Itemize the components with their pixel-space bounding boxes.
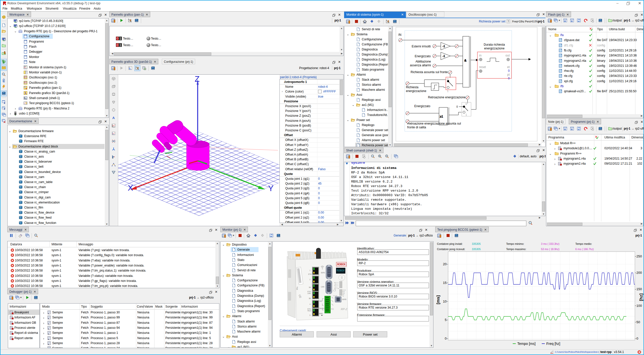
svg-text:0: 0 — [508, 69, 510, 73]
svg-text:reset: reset — [479, 65, 486, 69]
svg-text:ROBOX: ROBOX — [337, 269, 345, 272]
svg-text:Tempo [ms]: Tempo [ms] — [517, 342, 535, 346]
svg-text:LAN: LAN — [307, 292, 311, 294]
svg-text:5: 5 — [310, 314, 311, 316]
svg-text:et: et — [507, 65, 510, 69]
svg-text:Richiesta: Richiesta — [406, 85, 419, 89]
svg-text:0: 0 — [636, 337, 638, 340]
svg-text:ALM: ALM — [343, 291, 345, 292]
svg-text:FE: FE — [343, 295, 344, 297]
svg-text:4: 4 — [310, 303, 311, 305]
svg-text:NET CTRL: NET CTRL — [334, 288, 340, 289]
svg-text:Energizzato: Energizzato — [415, 54, 431, 58]
svg-text:out: out — [505, 54, 510, 57]
svg-text:0: 0 — [456, 105, 458, 108]
svg-text:24VDC: 24VDC — [319, 308, 325, 309]
svg-text:USB = 1: USB = 1 — [334, 286, 338, 288]
svg-text:1: 1 — [310, 270, 311, 271]
svg-text:ETH: ETH — [308, 273, 312, 275]
svg-text:Freq [hz]: Freq [hz] — [546, 342, 560, 346]
svg-text:CAN = 0: CAN = 0 — [334, 283, 339, 285]
svg-text:SBA: SBA — [343, 292, 345, 294]
svg-text:WD: WD — [319, 300, 322, 302]
svg-text:CAN: CAN — [321, 286, 324, 288]
svg-text:FB-S: FB-S — [307, 310, 311, 312]
svg-text:RP-2: RP-2 — [341, 308, 347, 311]
svg-text:X: X — [128, 183, 133, 192]
svg-text:0: 0 — [445, 337, 447, 340]
svg-text:energizzazione: energizzazione — [406, 89, 426, 93]
svg-text:FB-0 = 5: FB-0 = 5 — [334, 285, 339, 286]
svg-text:-1: -1 — [443, 45, 445, 48]
svg-text:3B: 3B — [309, 298, 311, 299]
svg-text:MODE: MODE — [343, 289, 346, 291]
svg-text:Durata richiesta: Durata richiesta — [484, 43, 505, 46]
svg-text:100: 100 — [636, 304, 642, 308]
svg-text:1: 1 — [447, 90, 449, 93]
svg-text:0: 0 — [508, 77, 510, 80]
svg-text:1: 1 — [466, 113, 467, 116]
svg-text:ETH: ETH — [307, 291, 311, 292]
svg-text:50: 50 — [636, 320, 640, 324]
svg-text:Richiesta assunta sul fronte: Richiesta assunta sul fronte — [411, 70, 448, 74]
svg-text:SER5: SER5 — [342, 299, 346, 300]
svg-text:[hz]: [hz] — [639, 293, 643, 301]
svg-text:2: 2 — [310, 279, 311, 280]
svg-text:Ω⅛: Ω⅛ — [296, 286, 298, 290]
svg-text:Retroazione energizzazione: Retroazione energizzazione — [428, 96, 466, 99]
svg-text:energizzazione: energizzazione — [484, 47, 505, 50]
svg-text:A0IO = 0: A0IO = 0 — [334, 282, 339, 283]
svg-text:[ms]: [ms] — [436, 295, 441, 304]
svg-text:≥1: ≥1 — [440, 115, 443, 118]
svg-text:150: 150 — [636, 287, 642, 291]
svg-text:ETH: ETH — [307, 308, 311, 310]
svg-text:3A: 3A — [309, 286, 311, 288]
svg-text:WD: WD — [343, 294, 344, 295]
svg-text:0: 0 — [466, 103, 467, 105]
svg-text:ROBOX: ROBOX — [337, 263, 346, 266]
svg-text:&: & — [464, 58, 467, 62]
svg-text:WAN: WAN — [319, 313, 323, 314]
svg-text:5: 5 — [445, 318, 447, 322]
svg-text:-1: -1 — [443, 54, 445, 57]
svg-text:IN: IN — [398, 33, 401, 37]
svg-text:Esterni irrisolti: Esterni irrisolti — [412, 45, 431, 48]
svg-text:pt: pt — [507, 73, 510, 76]
svg-text:fronte di salita: fronte di salita — [407, 126, 426, 129]
svg-text:microSD: microSD — [333, 295, 337, 296]
svg-text:20: 20 — [443, 262, 447, 266]
svg-text:assenza allarmi: assenza allarmi — [410, 64, 431, 67]
svg-text:Abilitazione: Abilitazione — [416, 60, 431, 63]
svg-text:in: in — [479, 54, 481, 57]
svg-text:Y: Y — [268, 184, 273, 193]
svg-text:Z: Z — [195, 75, 200, 83]
svg-text:200: 200 — [636, 271, 642, 275]
svg-text:15: 15 — [443, 281, 447, 285]
svg-text:+ⓘ: +ⓘ — [331, 308, 334, 310]
svg-text:SER1: SER1 — [321, 272, 325, 274]
svg-text:250: 250 — [636, 254, 642, 258]
svg-text:10: 10 — [443, 300, 447, 303]
svg-text:Energizzato: Energizzato — [414, 104, 430, 108]
svg-text:Retroazione energizzazione ass: Retroazione energizzazione assunta sul — [407, 122, 461, 125]
